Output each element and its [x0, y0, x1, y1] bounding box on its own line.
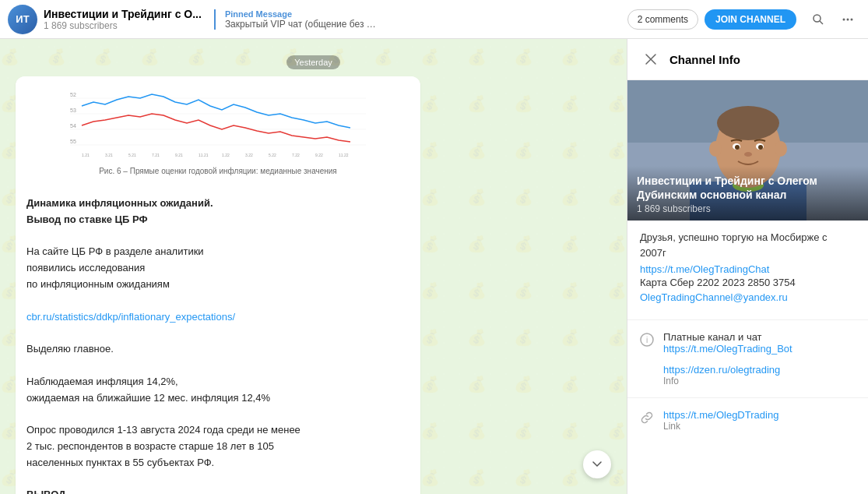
main-layout: Yesterday 52 53 54 55 — [0, 39, 868, 494]
svg-point-39 — [744, 152, 752, 157]
search-icon — [812, 13, 824, 26]
message-bubble-main: 52 53 54 55 1.21 3.21 5.21 7.21 9.21 — [16, 76, 420, 494]
panel-info-row-dzen: https://dzen.ru/olegtrading Info — [627, 359, 868, 391]
msg-line-4: появились исследования — [26, 260, 409, 277]
panel-title: Channel Info — [669, 53, 740, 66]
panel-info-section: Друзья, успешно торгую на Мосбирже с 200… — [627, 221, 868, 313]
info-icon: i — [640, 333, 655, 348]
channel-avatar: ИТ — [8, 5, 37, 34]
msg-line-8: ожидаемая на ближайшие 12 мес. инфляция … — [26, 390, 409, 407]
svg-text:9.22: 9.22 — [315, 153, 323, 157]
msg-line-6: Выделяю главное. — [26, 341, 409, 358]
msg-line-10: 2 тыс. респондентов в возрасте старше 18… — [26, 439, 409, 455]
msg-line-2: Вывод по ставке ЦБ РФ — [26, 212, 409, 228]
msg-line-9: Опрос проводился 1-13 августа 2024 года … — [26, 422, 409, 439]
msg-line-12: ВЫВОД. — [26, 487, 409, 494]
svg-point-38 — [758, 145, 763, 150]
channel-hero-image: Инвестиции и Трейдинг с Олегом Дубинским… — [627, 80, 868, 221]
info-icon-2 — [640, 365, 655, 381]
pinned-message-block[interactable]: Pinned Message Закрытый VIP чат (общение… — [214, 9, 621, 30]
svg-text:5.22: 5.22 — [269, 153, 276, 157]
email-link[interactable]: OlegTradingChannel@yandex.ru — [640, 291, 788, 303]
more-icon — [842, 13, 854, 26]
svg-point-34 — [775, 141, 787, 157]
pinned-text: Закрытый VIP чат (общение без ре... — [225, 19, 381, 30]
dzen-info: https://dzen.ru/olegtrading Info — [663, 364, 856, 386]
channel-subs-count: 1 869 subscribers — [637, 203, 859, 214]
svg-point-33 — [709, 141, 722, 157]
svg-point-3 — [847, 18, 849, 20]
chart-container: 52 53 54 55 1.21 3.21 5.21 7.21 9.21 — [16, 76, 420, 188]
panel-divider-1 — [627, 319, 868, 320]
comments-button[interactable]: 2 comments — [627, 9, 698, 30]
svg-line-1 — [820, 21, 823, 24]
avatar-initials: ИТ — [16, 13, 29, 25]
msg-line-1: Динамика инфляционных ожиданий. — [26, 196, 409, 212]
channel-name: Инвестиции и Трейдинг с Олегом Дубинским… — [637, 174, 859, 202]
svg-text:7.21: 7.21 — [152, 153, 160, 157]
svg-text:i: i — [646, 336, 648, 344]
svg-text:7.22: 7.22 — [292, 153, 300, 157]
link-icon — [640, 411, 655, 426]
date-badge: Yesterday — [16, 55, 611, 69]
msg-line-7: Наблюдаемая инфляция 14,2%, — [26, 374, 409, 390]
channel-subscribers: 1 869 subscribers — [44, 20, 202, 31]
panel-header: Channel Info — [627, 39, 868, 80]
message-text: Динамика инфляционных ожиданий. Вывод по… — [16, 188, 420, 494]
svg-text:11.21: 11.21 — [199, 153, 209, 157]
dzen-link-label: Info — [663, 376, 856, 386]
svg-text:1.21: 1.21 — [82, 153, 90, 157]
svg-text:54: 54 — [70, 123, 76, 129]
chat-content: Yesterday 52 53 54 55 — [16, 55, 611, 494]
svg-text:3.22: 3.22 — [245, 153, 253, 157]
svg-text:55: 55 — [70, 139, 76, 144]
svg-text:11.22: 11.22 — [339, 153, 349, 157]
svg-text:5.21: 5.21 — [128, 153, 136, 157]
panel-hero-overlay: Инвестиции и Трейдинг с Олегом Дубинским… — [627, 166, 868, 221]
svg-point-2 — [843, 18, 845, 20]
svg-text:9.21: 9.21 — [175, 153, 183, 157]
pinned-label: Pinned Message — [225, 9, 621, 19]
panel-divider-2 — [627, 397, 868, 398]
svg-point-32 — [717, 106, 779, 140]
panel-info-row-paid: i Платные канал и чат https://t.me/OlegT… — [627, 326, 868, 359]
join-channel-button[interactable]: JOIN CHANNEL — [705, 9, 796, 30]
close-panel-button[interactable] — [640, 48, 662, 70]
chevron-down-icon — [592, 459, 603, 470]
trading-chat-link[interactable]: https://t.me/OlegTradingChat — [640, 263, 856, 275]
paid-channel-info: Платные канал и чат https://t.me/OlegTra… — [663, 331, 856, 355]
close-icon — [645, 53, 657, 65]
channel-info-panel: Channel Info — [627, 39, 868, 494]
svg-text:1.22: 1.22 — [222, 153, 230, 157]
svg-text:3.21: 3.21 — [105, 153, 113, 157]
channel-description: Друзья, успешно торгую на Мосбирже с 200… — [640, 230, 856, 260]
svg-point-37 — [735, 145, 740, 150]
chat-area[interactable]: Yesterday 52 53 54 55 — [0, 39, 627, 494]
msg-line-3: На сайте ЦБ РФ в разделе аналитики — [26, 244, 409, 260]
link-label: Link — [663, 421, 856, 432]
msg-line-11: населенных пунктах в 55 субъектах РФ. — [26, 455, 409, 471]
channel-title-block: Инвестиции и Трейдинг с О... 1 869 subsc… — [44, 8, 202, 31]
msg-line-5: по инфляционным ожиданиям — [26, 277, 409, 293]
header-actions — [806, 7, 860, 32]
oleg-dtrading-link[interactable]: https://t.me/OlegDTrading — [663, 409, 856, 421]
oleg-trading-bot-link[interactable]: https://t.me/OlegTrading_Bot — [663, 343, 856, 355]
trading-link-info: https://t.me/OlegDTrading Link — [663, 409, 856, 432]
channel-title: Инвестиции и Трейдинг с О... — [44, 8, 202, 20]
scroll-down-button[interactable] — [583, 450, 611, 478]
chart-caption: Рис. 6 – Прямые оценки годовой инфляции:… — [22, 164, 414, 182]
dzen-link[interactable]: https://dzen.ru/olegtrading — [663, 364, 856, 376]
svg-text:53: 53 — [70, 108, 76, 113]
panel-info-row-link: https://t.me/OlegDTrading Link — [627, 404, 868, 436]
card-number: Карта Сбер 2202 2023 2850 3754 — [640, 277, 856, 288]
more-button[interactable] — [835, 7, 860, 32]
inflation-chart: 52 53 54 55 1.21 3.21 5.21 7.21 9.21 — [22, 83, 414, 161]
paid-channel-label: Платные канал и чат — [663, 331, 856, 343]
svg-point-0 — [814, 15, 821, 22]
app-header: ИТ Инвестиции и Трейдинг с О... 1 869 su… — [0, 0, 868, 39]
cbr-link[interactable]: cbr.ru/statistics/ddkp/inflationary_expe… — [26, 311, 235, 323]
search-button[interactable] — [806, 7, 831, 32]
svg-text:52: 52 — [70, 92, 76, 97]
svg-point-4 — [851, 18, 853, 20]
